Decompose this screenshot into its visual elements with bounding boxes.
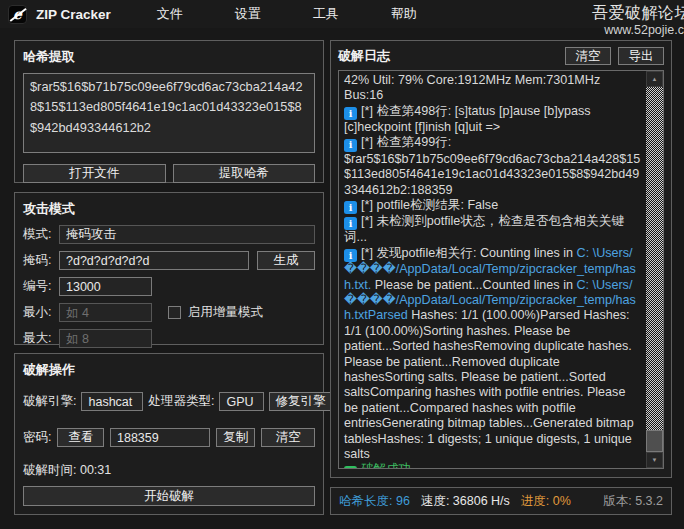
hash-extract-panel: 哈希提取 打开文件 提取哈希 [14,40,324,183]
log-entry: 42% Util: 79% Core:1912MHz Mem:7301MHz B… [344,73,641,104]
log-entry: i[*] 检查第499行: $rar5$16$b71b75c09ee6f79cd… [344,135,641,197]
watermark: 吾爱破解论坛 www.52pojie.cn [592,3,684,39]
log-content: 42% Util: 79% Core:1912MHz Mem:7301MHz B… [339,71,646,468]
log-text-segment: 42% Util: 79% Core:1912MHz Mem:7301MHz B… [344,73,600,102]
extract-hash-button[interactable]: 提取哈希 [173,164,316,183]
start-crack-button[interactable]: 开始破解 [23,486,315,506]
menu-item-help[interactable]: 帮助 [385,3,423,25]
crack-ops-title: 破解操作 [23,361,315,379]
speed-status: 速度: 36806 H/s [421,493,510,510]
crack-ops-panel: 破解操作 破解引擎: 处理器类型: 修复引擎 密码: 查看 复制 清空 破解时间… [14,353,324,515]
info-icon: i [344,139,357,152]
log-entry: i[*] 未检测到potfile状态，检查是否包含相关关键词... [344,214,641,246]
max-label: 最大: [23,330,59,347]
password-label: 密码: [23,429,51,446]
menu-bar: e ZIP Cracker 文件 设置 工具 帮助 [0,0,684,28]
log-entry: ✓破解成功 [344,462,641,468]
log-text-segment: [*] 检查第498行: [s]tatus [p]ause [b]ypass [… [344,104,591,134]
attack-mode-panel: 攻击模式 模式: 掩码: 生成 编号: 最小: 启用增量模式 最大: [14,192,324,345]
info-icon: i [344,107,357,120]
menu-item-tools[interactable]: 工具 [307,3,345,25]
log-box: 42% Util: 79% Core:1912MHz Mem:7301MHz B… [338,70,664,469]
log-export-button[interactable]: 导出 [618,47,664,65]
log-text-segment: [*] 检查第499行: $rar5$16$b71b75c09ee6f79cd6… [344,135,640,196]
engine-label: 破解引擎: [23,393,76,410]
crack-log-panel: 破解日志 清空 导出 42% Util: 79% Core:1912MHz Me… [330,40,672,478]
menu-item-settings[interactable]: 设置 [229,3,267,25]
max-input[interactable] [59,329,152,348]
log-text-segment: 破解成功 [361,462,411,468]
info-icon: i [344,249,357,262]
crack-log-title: 破解日志 [338,47,390,65]
min-input[interactable] [59,303,152,322]
log-text-segment: Please be patient...Counted lines in [371,278,576,292]
log-text-segment: [*] 发现potfile相关行: Counting lines in [361,246,577,260]
menu-item-file[interactable]: 文件 [151,3,189,25]
log-clear-button[interactable]: 清空 [565,47,611,65]
log-entry: i[*] potfile检测结果: False [344,198,641,214]
info-icon: i [344,201,357,214]
log-text-segment: [*] potfile检测结果: False [361,198,498,212]
log-entry: i[*] 发现potfile相关行: Counting lines in C: … [344,246,641,463]
scroll-up-icon[interactable]: ▲ [646,71,663,87]
engine-input[interactable] [81,392,143,411]
mode-label: 模式: [23,226,59,243]
crack-time-label: 破解时间: [23,463,76,477]
log-text-segment: Hashes: 1/1 (100.00%)Parsed Hashes: 1/1 … [344,308,634,461]
version-status: 版本: 5.3.2 [603,493,663,510]
generate-button[interactable]: 生成 [257,251,315,270]
copy-password-button[interactable]: 复制 [216,428,255,447]
watermark-site-name: 吾爱破解论坛 [592,3,684,23]
increment-checkbox[interactable] [168,306,181,319]
mask-label: 掩码: [23,252,59,269]
clear-password-button[interactable]: 清空 [261,428,315,447]
crack-time-value: 00:31 [80,463,111,477]
mode-select[interactable] [59,225,315,244]
open-file-button[interactable]: 打开文件 [23,164,166,183]
hash-length-status: 哈希长度: 96 [339,493,410,510]
log-entry: i[*] 检查第498行: [s]tatus [p]ause [b]ypass … [344,104,641,136]
processor-label: 处理器类型: [148,393,214,410]
increment-label[interactable]: 启用增量模式 [188,304,263,321]
mask-input[interactable] [59,251,249,270]
hash-extract-title: 哈希提取 [23,48,315,66]
number-label: 编号: [23,278,59,295]
status-bar: 哈希长度: 96 速度: 36806 H/s 进度: 0% 版本: 5.3.2 [330,487,672,515]
password-input[interactable] [110,428,210,447]
app-title: ZIP Cracker [36,7,111,22]
info-icon: i [344,217,357,230]
scroll-thumb[interactable] [646,430,663,452]
scroll-down-icon[interactable]: ▼ [646,452,663,468]
app-logo-icon: e [8,5,27,24]
watermark-site-url: www.52pojie.cn [592,23,684,39]
attack-mode-title: 攻击模式 [23,200,315,218]
view-password-button[interactable]: 查看 [57,428,104,447]
log-text-segment: [*] 未检测到potfile状态，检查是否包含相关关键词... [344,214,624,244]
repair-engine-button[interactable]: 修复引擎 [269,392,331,411]
progress-status: 进度: 0% [521,493,571,510]
log-scrollbar[interactable]: ▲ ▼ [646,71,663,468]
success-check-icon: ✓ [344,466,357,468]
hash-textarea[interactable] [23,73,315,153]
number-input[interactable] [59,277,152,296]
processor-select[interactable] [219,392,264,411]
min-label: 最小: [23,304,59,321]
